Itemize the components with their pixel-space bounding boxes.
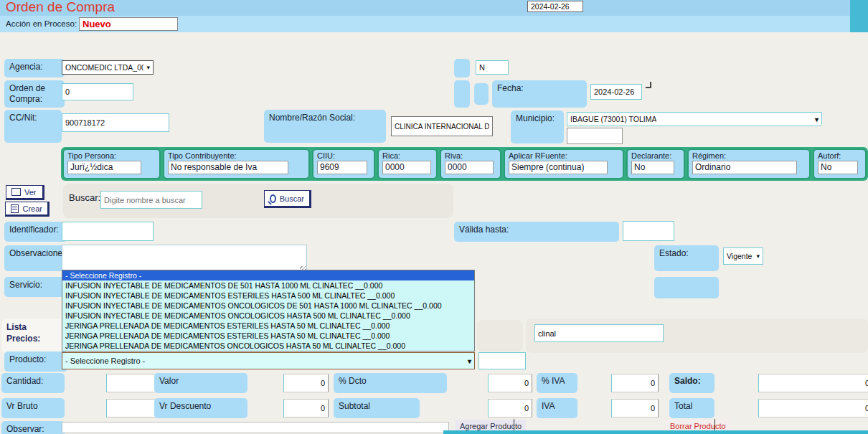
crear-button[interactable]: Crear [5,202,49,217]
valor-label: Valor [154,373,247,393]
list-icon [11,204,19,213]
fiscal-cell-value: Ordinario [692,161,797,174]
fiscal-cell-regimen: Régimen: Ordinario [687,148,811,179]
agencia-label: Agencia: [4,59,65,77]
fecha-input[interactable] [590,84,642,100]
valor-input[interactable] [283,374,329,392]
lista-precios-label: Lista Precios: [1,319,65,353]
observaciones-label: Observaciones: [4,245,67,271]
bottom-teal-strip [443,430,868,434]
dropdown-option[interactable]: JERINGA PRELLENADA DE MEDICAMENTOS ESTER… [62,331,474,341]
orden-compra-input[interactable] [62,83,133,100]
ccnit-label: CC/Nit: [4,110,62,143]
dropdown-option[interactable]: JERINGA PRELLENADA DE MEDICAMENTOS ESTER… [62,321,474,331]
ver-button-label: Ver [24,188,37,197]
estado-select[interactable]: Vigente ▾ [723,247,763,265]
pct-iva-label: % IVA [537,373,577,393]
dropdown-option[interactable]: INFUSION INYECTABLE DE MEDICAMENTOS ONCO… [62,301,474,311]
municipio-select-value: IBAGUE (73001) TOLIMA [570,115,656,123]
producto-select[interactable]: - Seleccione Registro - ▾ [62,352,475,369]
observar-label: Observar: [1,421,65,434]
estado-label: Estado: [654,245,719,271]
orden-de-compra-screen: Orden de Compra Acción en Proceso: Agenc… [0,0,868,434]
ver-button[interactable]: Ver [6,185,44,200]
fiscal-cell-value: No [631,161,674,174]
subtotal-input[interactable] [488,399,532,418]
fiscal-cell-riva: Riva: 0000 [440,148,501,179]
chevron-down-icon: ▾ [146,64,150,71]
municipio-label: Municipio: [511,110,564,143]
fiscal-cell-autorf: Autorf: No [813,148,867,179]
agencia-select-value: ONCOMEDIC LTDA_001 [65,63,143,72]
accion-en-proceso-label: Acción en Proceso: [6,19,77,28]
dropdown-option[interactable]: INFUSION INYECTABLE DE MEDICAMENTOS ESTE… [62,291,474,301]
calendar-icon[interactable] [646,82,651,88]
estado-select-value: Vigente [727,252,752,260]
spacer-field [454,59,470,77]
fiscal-cell-value: Jurï¿½dica [67,161,141,174]
identificador-input[interactable] [62,222,154,241]
observaciones-textarea[interactable] [62,245,307,273]
top-date-input[interactable] [527,1,583,12]
dropdown-option[interactable]: INFUSION INYECTABLE DE MEDICAMENTOS ONCO… [62,311,474,321]
buscar-button-label: Buscar [280,194,304,203]
municipio-extra-input[interactable] [567,128,623,144]
buscar-input[interactable] [100,191,202,209]
producto-select-value: - Seleccione Registro - [65,357,145,365]
ccnit-input[interactable] [62,113,169,132]
fiscal-cell-rica: Rica: 0000 [377,148,438,179]
nombre-razon-social-input[interactable] [391,116,493,136]
identificador-label: Identificador: [4,222,67,242]
agencia-select[interactable]: ONCOMEDIC LTDA_001 ▾ [62,60,154,75]
vr-bruto-label: Vr Bruto [1,398,65,418]
dropdown-option[interactable]: JERINGA PRELLENADA DE MEDICAMENTOS ONCOL… [62,341,474,351]
fiscal-cell-tipo-contribuyente: Tipo Contribuyente: No responsable de Iv… [163,148,310,179]
fiscal-cell-value: No [818,161,858,174]
fiscal-cell-label: CIIU: [317,151,370,160]
page-title: Orden de Compra [6,0,115,15]
lista-precios-input[interactable] [534,324,664,342]
servicio-label: Servicio: [4,277,67,297]
municipio-select[interactable]: IBAGUE (73001) TOLIMA ▾ [567,112,822,126]
fiscal-cell-value: 0000 [445,161,494,174]
valida-hasta-input[interactable] [623,221,674,241]
servicio-dropdown: - Seleccione Registro - INFUSION INYECTA… [62,270,475,352]
vr-descuento-label: Vr Descuento [154,398,247,418]
vr-descuento-input[interactable] [283,399,329,418]
buscar-button[interactable]: Buscar [264,190,311,208]
iva-input[interactable] [611,399,659,418]
cantidad-label: Cantidad: [1,373,65,393]
saldo-input[interactable] [758,374,868,392]
valida-hasta-label: Válida hasta: [454,222,619,242]
fiscal-cell-label: Tipo Contribuyente: [168,151,305,160]
fiscal-cell-label: Rica: [382,151,433,160]
pct-iva-input[interactable] [611,374,659,392]
fiscal-cell-label: Riva: [445,151,496,160]
observar-input[interactable] [62,422,449,433]
total-label: Total [669,398,714,418]
square-icon [11,188,21,196]
fiscal-cell-value: Siempre (continua) [509,161,608,174]
crear-button-label: Crear [22,204,42,213]
magnifier-icon [270,194,276,203]
dropdown-option[interactable]: INFUSION INYECTABLE DE MEDICAMENTOS DE 5… [62,280,474,291]
fiscal-cell-value: 9609 [317,161,367,174]
fiscal-band: Tipo Persona: Jurï¿½dica Tipo Contribuye… [61,147,868,181]
iva-label: IVA [537,398,577,418]
nombre-razon-social-label: Nombre/Razón Social: [264,110,386,143]
fiscal-cell-label: Aplicar RFuente: [509,151,619,160]
spacer-field [474,83,489,105]
pct-dcto-input[interactable] [488,374,532,392]
producto-extra-input[interactable] [478,352,526,369]
chevron-down-icon: ▾ [468,357,471,365]
teal-corner [850,0,868,32]
fiscal-cell-label: Tipo Persona: [67,151,156,160]
total-input[interactable] [758,399,868,418]
fiscal-cell-declarante: Declarante: No [626,148,685,179]
servicio-extra-field [654,277,719,298]
fiscal-cell-label: Régimen: [692,151,806,160]
dropdown-selected-option[interactable]: - Seleccione Registro - [62,270,474,280]
flag-input[interactable] [476,60,509,75]
accion-value-input[interactable] [79,17,178,31]
fiscal-cell-ciiu: CIIU: 9609 [312,148,375,179]
